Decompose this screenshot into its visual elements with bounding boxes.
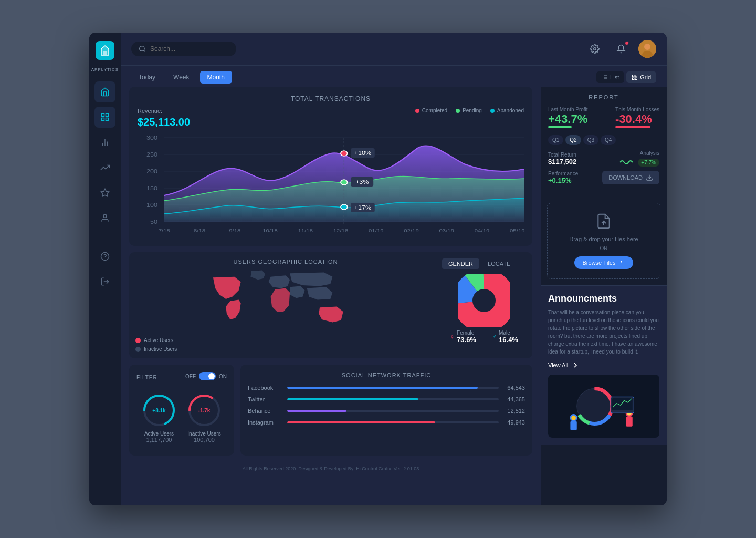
svg-point-44 xyxy=(341,204,348,210)
svg-text:12/18: 12/18 xyxy=(333,228,349,233)
notification-badge xyxy=(625,41,629,45)
instagram-count: 49,943 xyxy=(504,419,525,426)
social-behance: Behance 12,512 xyxy=(248,408,525,414)
tab-today[interactable]: Today xyxy=(131,71,163,84)
svg-point-66 xyxy=(472,289,496,312)
gender-tab[interactable]: GENDER xyxy=(442,258,479,269)
behance-count: 12,512 xyxy=(504,408,525,414)
avatar[interactable] xyxy=(638,40,656,58)
male-icon: ♂ xyxy=(492,333,497,340)
active-delta: +8.1k xyxy=(152,408,165,413)
upload-arrow-icon xyxy=(618,260,625,266)
view-all-button[interactable]: View All xyxy=(548,361,659,369)
notifications-button[interactable] xyxy=(612,40,630,58)
svg-text:250: 250 xyxy=(146,152,158,158)
nav-profile[interactable] xyxy=(94,208,116,229)
filter-toggle[interactable] xyxy=(199,372,216,380)
legend-completed: Completed xyxy=(415,108,447,113)
locate-tab[interactable]: LOCATE xyxy=(481,258,517,269)
quarter-buttons: Q1 Q2 Q3 Q4 xyxy=(548,135,659,145)
q1-btn[interactable]: Q1 xyxy=(548,135,563,145)
nav-divider xyxy=(97,237,113,237)
svg-point-15 xyxy=(594,48,596,50)
inactive-ring: -1.7k xyxy=(186,392,223,429)
nav-logout[interactable] xyxy=(94,271,116,292)
gender-section: GENDER LOCATE xyxy=(442,258,526,352)
svg-text:9/18: 9/18 xyxy=(229,228,241,233)
svg-text:200: 200 xyxy=(146,169,158,174)
announcement-illustration xyxy=(548,375,659,438)
arrow-right-icon xyxy=(571,361,580,369)
announcements-section: Announcments That will be a conversation… xyxy=(541,286,667,445)
nav-help[interactable] xyxy=(94,246,116,267)
behance-label: Behance xyxy=(248,408,282,414)
active-ring: +8.1k xyxy=(141,392,177,429)
sidebar-logo[interactable] xyxy=(96,41,114,60)
tab-week[interactable]: Week xyxy=(166,71,196,84)
grid-view-btn[interactable]: Grid xyxy=(626,71,656,83)
footer: All Rights Reserved 2020. Designed & Dev… xyxy=(129,462,532,475)
view-toggle: List Grid xyxy=(596,71,656,83)
female-value: 73.6% xyxy=(457,336,476,344)
social-title: SOCIAL NETWORK TRAFFIC xyxy=(248,372,525,378)
last-month-label: Last Month Profit xyxy=(548,107,588,112)
nav-favorites[interactable] xyxy=(94,182,116,203)
toggle-row: OFF ON xyxy=(185,372,227,380)
q3-btn[interactable]: Q3 xyxy=(583,135,598,145)
legend-pending: Pending xyxy=(456,108,482,113)
revenue-value: $25,113.00 xyxy=(138,116,190,128)
svg-text:100: 100 xyxy=(146,202,158,208)
facebook-label: Facebook xyxy=(248,385,282,391)
svg-line-14 xyxy=(144,50,145,52)
active-dot xyxy=(135,338,141,343)
male-label: Male xyxy=(499,330,518,336)
tab-month[interactable]: Month xyxy=(200,71,232,84)
performance-label: Performance xyxy=(548,171,578,177)
loss-value: -30.4% xyxy=(615,112,659,126)
nav-dashboard[interactable] xyxy=(94,107,116,128)
svg-rect-1 xyxy=(101,113,104,116)
download-label: DOWNLOAD xyxy=(608,174,643,181)
profit-value: +43.7% xyxy=(548,112,588,126)
settings-button[interactable] xyxy=(586,40,604,58)
search-input[interactable] xyxy=(150,45,224,53)
search-bar[interactable] xyxy=(131,42,236,56)
transactions-title: TOTAL TRANSACTIONS xyxy=(138,95,524,102)
nav-analytics[interactable] xyxy=(94,132,116,153)
gender-counts: ♀ Female 73.6% ♂ Male xyxy=(442,330,526,344)
announcement-svg xyxy=(548,375,659,438)
svg-point-13 xyxy=(140,46,144,51)
list-view-btn[interactable]: List xyxy=(596,71,624,83)
active-count: 1,117,700 xyxy=(146,437,172,443)
nav-trending[interactable] xyxy=(94,157,116,178)
social-instagram: Instagram 49,943 xyxy=(248,419,525,426)
browse-files-button[interactable]: Browse Files xyxy=(574,256,634,269)
behance-bar xyxy=(287,410,346,412)
geo-title: USERS GEOGRAPHIC LOCATION xyxy=(135,258,436,265)
nav-home[interactable] xyxy=(94,81,116,102)
svg-rect-81 xyxy=(626,416,632,426)
download-button[interactable]: DOWNLOAD xyxy=(602,171,659,184)
analysis-label: Analysis xyxy=(640,150,659,156)
svg-text:+10%: +10% xyxy=(354,150,372,156)
legend-abandoned: Abandoned xyxy=(490,108,524,113)
abandoned-dot xyxy=(490,109,495,113)
inactive-delta: -1.7k xyxy=(198,408,211,413)
q4-btn[interactable]: Q4 xyxy=(601,135,616,145)
header xyxy=(121,33,667,66)
upload-zone[interactable]: Drag & drop your files here OR Browse Fi… xyxy=(547,203,660,279)
analysis-badge: +7.7% xyxy=(638,159,659,167)
svg-point-76 xyxy=(577,388,612,423)
loss-bar xyxy=(615,126,650,128)
inactive-users-legend: Inactive Users xyxy=(135,346,436,352)
instagram-label: Instagram xyxy=(248,419,282,426)
announcements-text: That will be a conversation piece can yo… xyxy=(548,308,659,356)
svg-rect-28 xyxy=(633,78,635,80)
svg-text:04/19: 04/19 xyxy=(475,228,490,233)
svg-text:+17%: +17% xyxy=(354,205,372,211)
q2-btn[interactable]: Q2 xyxy=(565,135,581,145)
inactive-count: 100,700 xyxy=(194,437,215,443)
male-stat: ♂ Male 16.4% xyxy=(492,330,518,344)
male-value: 16.4% xyxy=(499,336,518,344)
social-list: Facebook 64,543 Twitter xyxy=(248,385,525,426)
